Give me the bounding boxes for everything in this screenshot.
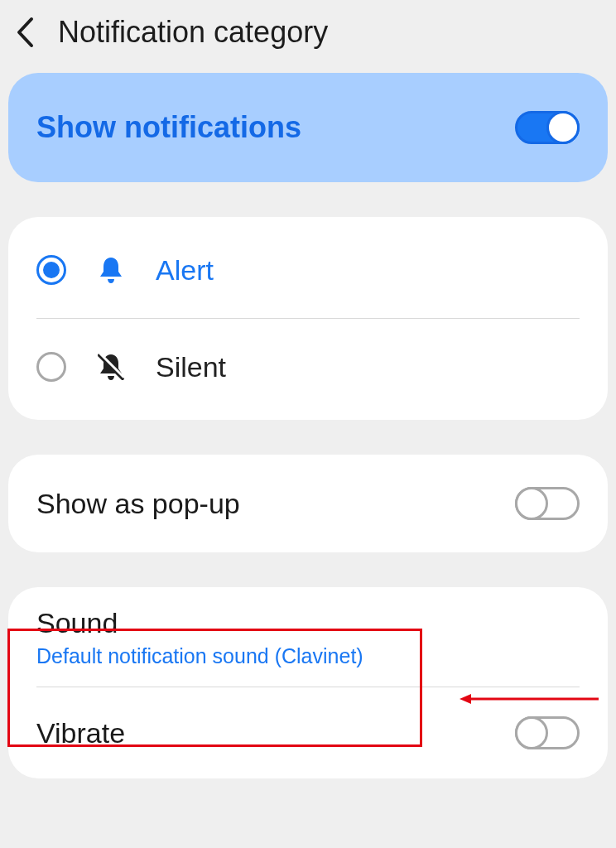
mode-option-silent[interactable]: Silent: [36, 319, 580, 415]
show-as-popup-label: Show as pop-up: [36, 488, 240, 520]
radio-selected-icon: [36, 255, 66, 285]
bell-slash-icon: [96, 353, 126, 381]
bell-icon: [96, 256, 126, 284]
sound-row[interactable]: Sound Default notification sound (Clavin…: [36, 587, 580, 687]
notification-mode-card: Alert Silent: [8, 217, 608, 420]
sound-label: Sound: [36, 607, 580, 639]
mode-option-label: Alert: [156, 254, 214, 287]
show-notifications-toggle[interactable]: [515, 111, 580, 144]
vibrate-row[interactable]: Vibrate: [36, 687, 580, 778]
sound-vibrate-card: Sound Default notification sound (Clavin…: [8, 587, 608, 778]
radio-unselected-icon: [36, 352, 66, 382]
sound-value: Default notification sound (Clavinet): [36, 644, 580, 668]
page-title: Notification category: [58, 15, 328, 50]
header: Notification category: [0, 0, 616, 73]
show-as-popup-row[interactable]: Show as pop-up: [8, 455, 608, 552]
back-icon[interactable]: [15, 17, 35, 48]
show-as-popup-toggle[interactable]: [515, 487, 580, 520]
vibrate-toggle[interactable]: [515, 716, 580, 749]
mode-option-alert[interactable]: Alert: [36, 222, 580, 318]
show-notifications-label: Show notifications: [36, 110, 301, 145]
vibrate-label: Vibrate: [36, 717, 125, 749]
show-notifications-card: Show notifications: [8, 73, 608, 182]
mode-option-label: Silent: [156, 351, 226, 383]
